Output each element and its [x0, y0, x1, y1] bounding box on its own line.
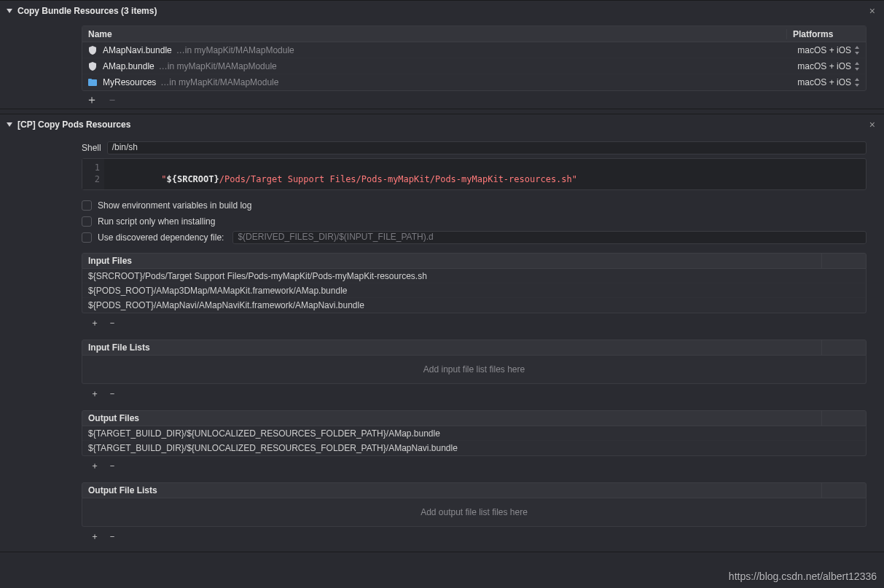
bundle-resources-table: Name Platforms AMapNavi.bundle …in myMap… [82, 26, 867, 91]
updown-icon [854, 46, 860, 55]
script-editor[interactable]: 12 "${SRCROOT}/Pods/Target Support Files… [82, 158, 867, 190]
table-row[interactable]: AMapNavi.bundle …in myMapKit/MAMapModule… [82, 42, 866, 58]
phase-header-copy-pods[interactable]: [CP] Copy Pods Resources × [0, 114, 884, 135]
shell-row: Shell /bin/sh [82, 139, 867, 157]
check-dep-file[interactable]: Use discovered dependency file: $(DERIVE… [82, 230, 867, 246]
add-remove-bar: ＋ － [82, 384, 867, 403]
input-file-lists-list: Add input file list files here [82, 356, 867, 384]
table-row[interactable]: MyResources …in myMapKit/MAMapModule mac… [82, 74, 866, 90]
folder-icon [87, 77, 98, 88]
check-run-install[interactable]: Run script only when installing [82, 213, 867, 230]
row-name: MyResources [103, 77, 156, 87]
check-show-env[interactable]: Show environment variables in build log [82, 197, 867, 213]
section-input-files[interactable]: Input Files [82, 253, 867, 269]
table-header: Name Platforms [82, 26, 866, 42]
row-name: AMap.bundle [103, 61, 154, 71]
shell-label: Shell [82, 143, 101, 153]
disclosure-icon[interactable] [6, 121, 13, 128]
file-row[interactable]: ${TARGET_BUILD_DIR}/${UNLOCALIZED_RESOUR… [82, 441, 866, 455]
add-button[interactable]: ＋ [90, 460, 99, 472]
output-file-lists-list: Add output file list files here [82, 498, 867, 527]
add-button[interactable]: ＋ [86, 94, 98, 106]
col-platforms[interactable]: Platforms [787, 29, 866, 39]
script-body[interactable]: "${SRCROOT}/Pods/Target Support Files/Po… [104, 159, 582, 189]
col-name[interactable]: Name [82, 29, 787, 39]
placeholder: Add output file list files here [82, 498, 866, 526]
close-icon[interactable]: × [867, 118, 878, 131]
script-options: Show environment variables in build log … [82, 197, 867, 246]
row-platforms[interactable]: macOS + iOS [797, 61, 860, 71]
file-row[interactable]: ${TARGET_BUILD_DIR}/${UNLOCALIZED_RESOUR… [82, 426, 866, 441]
file-row[interactable]: ${PODS_ROOT}/AMapNavi/AMapNaviKit.framew… [82, 298, 866, 313]
remove-button[interactable]: － [106, 94, 118, 106]
watermark: https://blog.csdn.net/albert12336 [729, 571, 877, 582]
add-button[interactable]: ＋ [90, 530, 99, 543]
file-row[interactable]: ${PODS_ROOT}/AMap3DMap/MAMapKit.framewor… [82, 283, 866, 298]
add-button[interactable]: ＋ [90, 388, 99, 400]
checkbox[interactable] [82, 216, 92, 227]
svg-rect-1 [88, 79, 92, 81]
table-row[interactable]: AMap.bundle …in myMapKit/MAMapModule mac… [82, 58, 866, 74]
section-output-files[interactable]: Output Files [82, 410, 867, 426]
shell-input[interactable]: /bin/sh [107, 141, 867, 154]
file-row[interactable]: ${SRCROOT}/Pods/Target Support Files/Pod… [82, 269, 866, 283]
input-files-list: ${SRCROOT}/Pods/Target Support Files/Pod… [82, 269, 867, 313]
phase-header-copy-bundle[interactable]: Copy Bundle Resources (3 items) × [0, 1, 884, 21]
section-output-file-lists[interactable]: Output File Lists [82, 482, 867, 498]
phase-title: [CP] Copy Pods Resources [17, 119, 130, 130]
updown-icon [854, 78, 860, 87]
remove-button[interactable]: － [108, 530, 117, 543]
add-remove-bar: ＋ － [82, 91, 867, 109]
remove-button[interactable]: － [108, 460, 117, 472]
row-sub: …in myMapKit/MAMapModule [160, 77, 278, 87]
phase-copy-pods: [CP] Copy Pods Resources × Shell /bin/sh… [0, 114, 884, 552]
row-platforms[interactable]: macOS + iOS [797, 77, 860, 87]
phase-count: (3 items) [121, 6, 157, 16]
bundle-shield-icon [87, 60, 98, 72]
updown-icon [854, 62, 860, 71]
row-sub: …in myMapKit/MAMapModule [176, 45, 294, 55]
add-remove-bar: ＋ － [82, 313, 867, 332]
gutter: 12 [82, 159, 104, 189]
phase-copy-bundle: Copy Bundle Resources (3 items) × Name P… [0, 0, 884, 109]
remove-button[interactable]: － [108, 388, 117, 400]
checkbox[interactable] [82, 232, 92, 243]
row-platforms[interactable]: macOS + iOS [797, 45, 860, 55]
checkbox[interactable] [82, 200, 92, 211]
add-button[interactable]: ＋ [90, 317, 99, 329]
placeholder: Add input file list files here [82, 356, 866, 383]
close-icon[interactable]: × [867, 4, 878, 17]
section-input-file-lists[interactable]: Input File Lists [82, 340, 867, 356]
row-sub: …in myMapKit/MAMapModule [159, 61, 277, 71]
bundle-shield-icon [87, 44, 98, 56]
output-files-list: ${TARGET_BUILD_DIR}/${UNLOCALIZED_RESOUR… [82, 426, 867, 456]
add-remove-bar: ＋ － [82, 456, 867, 475]
dep-file-input[interactable]: $(DERIVED_FILES_DIR)/$(INPUT_FILE_PATH).… [232, 231, 867, 244]
disclosure-icon[interactable] [6, 7, 13, 15]
phase-title: Copy Bundle Resources [17, 6, 119, 16]
row-name: AMapNavi.bundle [103, 45, 172, 55]
remove-button[interactable]: － [108, 317, 117, 329]
add-remove-bar: ＋ － [82, 527, 867, 546]
